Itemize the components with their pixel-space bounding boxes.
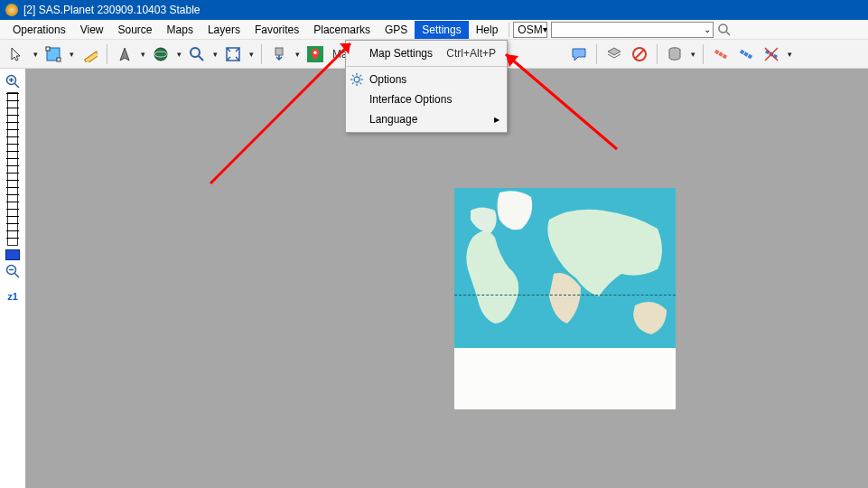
cursor-tool-button[interactable] xyxy=(5,42,29,66)
chat-button[interactable] xyxy=(567,42,591,66)
svg-line-31 xyxy=(14,83,19,88)
left-rail: z1 xyxy=(0,69,25,488)
sat-blue-button[interactable] xyxy=(734,42,758,66)
menu-bar: Operations View Source Maps Layers Favor… xyxy=(0,20,868,40)
svg-point-0 xyxy=(719,24,727,33)
select-area-dropdown[interactable]: ▾ xyxy=(67,50,76,59)
toolbar-separator xyxy=(596,44,597,64)
globe-dropdown[interactable]: ▾ xyxy=(174,50,183,59)
svg-point-6 xyxy=(154,48,167,61)
compass-dropdown[interactable]: ▾ xyxy=(138,50,147,59)
svg-line-9 xyxy=(199,56,203,61)
prohibit-button[interactable] xyxy=(628,42,651,66)
menu-item-label: Language xyxy=(369,113,494,126)
settings-dropdown: Map Settings Ctrl+Alt+P Options Interfac… xyxy=(345,40,508,133)
svg-rect-21 xyxy=(748,53,752,58)
database-dropdown[interactable]: ▾ xyxy=(688,50,697,59)
menu-item-label: Interface Options xyxy=(369,93,499,106)
menu-view[interactable]: View xyxy=(73,21,111,39)
menu-separator xyxy=(346,66,507,67)
menu-placemarks[interactable]: Placemarks xyxy=(306,21,378,39)
world-map-tile xyxy=(454,188,676,409)
fullextent-dropdown[interactable]: ▾ xyxy=(247,50,256,59)
menu-operations[interactable]: Operations xyxy=(5,21,73,39)
sat-red-button[interactable] xyxy=(709,42,733,66)
select-area-button[interactable] xyxy=(42,42,65,66)
menu-settings[interactable]: Settings xyxy=(415,21,468,39)
toolbar-separator xyxy=(657,44,658,64)
measure-button[interactable] xyxy=(78,42,101,66)
svg-rect-3 xyxy=(46,47,50,51)
osm-label: OSM xyxy=(518,23,542,36)
menu-item-label: Map Settings xyxy=(369,47,446,60)
download-dropdown[interactable]: ▾ xyxy=(293,50,302,59)
gear-icon xyxy=(350,72,364,87)
menu-item-accel: Ctrl+Alt+P xyxy=(446,47,499,60)
zoom-indicator xyxy=(5,249,20,260)
fullextent-button[interactable] xyxy=(221,42,245,66)
zoom-level-text: z1 xyxy=(7,291,18,302)
menu-favorites[interactable]: Favorites xyxy=(247,21,306,39)
svg-rect-22 xyxy=(743,52,748,56)
svg-rect-11 xyxy=(275,48,283,55)
svg-point-35 xyxy=(354,77,359,82)
menu-item-label: Options xyxy=(369,73,499,86)
zoom-scale[interactable] xyxy=(7,92,18,246)
submenu-arrow-icon: ▶ xyxy=(494,116,499,124)
osm-combo[interactable]: OSM ▾ xyxy=(513,22,547,38)
svg-line-42 xyxy=(359,75,361,77)
zoom-in-icon[interactable] xyxy=(5,74,20,89)
toolbar-separator xyxy=(261,44,262,64)
app-icon xyxy=(5,4,18,16)
svg-rect-17 xyxy=(714,49,719,53)
svg-point-8 xyxy=(191,48,200,57)
title-text: [2] SAS.Planet 230909.10403 Stable xyxy=(23,4,201,16)
svg-rect-5 xyxy=(85,52,98,62)
svg-rect-19 xyxy=(718,52,723,56)
svg-rect-20 xyxy=(740,49,744,53)
database-button[interactable] xyxy=(663,42,686,66)
svg-line-34 xyxy=(14,273,19,277)
menu-item-language[interactable]: Language ▶ xyxy=(346,109,507,129)
title-bar: [2] SAS.Planet 230909.10403 Stable xyxy=(0,0,868,20)
layers-stack-button[interactable] xyxy=(602,42,626,66)
search-combo[interactable]: ⌄ xyxy=(551,22,714,38)
svg-point-13 xyxy=(313,51,317,54)
svg-line-41 xyxy=(359,82,361,84)
search-icon[interactable] xyxy=(717,23,732,37)
sat-dropdown[interactable]: ▾ xyxy=(785,50,794,59)
menu-layers[interactable]: Layers xyxy=(201,21,247,39)
menu-maps[interactable]: Maps xyxy=(160,21,201,39)
sat-blue-x-button[interactable] xyxy=(760,42,783,66)
cursor-tool-dropdown[interactable]: ▾ xyxy=(31,50,40,59)
svg-line-40 xyxy=(352,75,354,77)
menu-source[interactable]: Source xyxy=(111,21,160,39)
globe-button[interactable] xyxy=(149,42,173,66)
download-button[interactable] xyxy=(267,42,291,66)
menu-separator xyxy=(509,23,509,37)
menu-gps[interactable]: GPS xyxy=(378,21,415,39)
compass-button[interactable] xyxy=(113,42,136,66)
caret-down-icon: ⌄ xyxy=(704,24,711,34)
menu-item-options[interactable]: Options xyxy=(346,70,507,89)
gmaps-pin-button[interactable] xyxy=(303,42,327,66)
menu-item-map-settings[interactable]: Map Settings Ctrl+Alt+P xyxy=(346,43,507,63)
zoom-button[interactable] xyxy=(185,42,209,66)
menu-item-interface-options[interactable]: Interface Options xyxy=(346,89,507,109)
menu-help[interactable]: Help xyxy=(469,21,506,39)
caret-down-icon: ▾ xyxy=(543,24,547,34)
toolbar-separator xyxy=(107,44,107,64)
svg-line-15 xyxy=(635,50,644,59)
svg-line-43 xyxy=(352,82,354,84)
zoom-dropdown[interactable]: ▾ xyxy=(210,50,219,59)
svg-rect-4 xyxy=(57,58,61,61)
svg-rect-18 xyxy=(723,53,727,58)
toolbar-separator xyxy=(703,44,704,64)
zoom-out-icon[interactable] xyxy=(5,264,20,278)
svg-line-1 xyxy=(726,32,730,35)
